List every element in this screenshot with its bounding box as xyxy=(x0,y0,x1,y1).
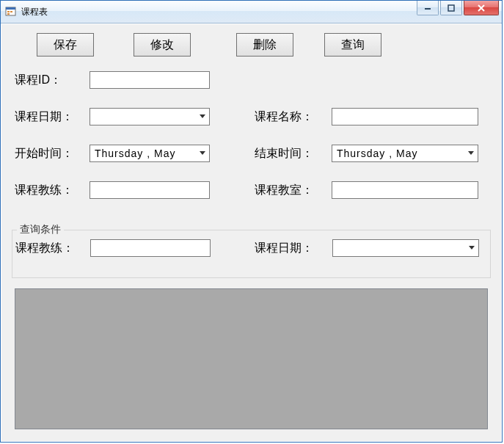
query-coach-input[interactable] xyxy=(90,239,211,257)
start-time-label: 开始时间： xyxy=(15,146,73,161)
course-name-input[interactable] xyxy=(332,108,478,125)
course-name-label: 课程名称： xyxy=(255,109,313,125)
chevron-down-icon xyxy=(196,109,209,125)
chevron-down-icon xyxy=(465,240,478,256)
close-button[interactable] xyxy=(464,1,499,15)
course-date-combo[interactable] xyxy=(90,108,210,125)
minimize-button[interactable] xyxy=(417,1,439,15)
window-title: 课程表 xyxy=(21,6,48,18)
app-icon xyxy=(5,6,17,18)
query-button[interactable]: 查询 xyxy=(324,33,381,57)
query-conditions-legend: 查询条件 xyxy=(17,223,64,236)
window-controls xyxy=(417,1,502,23)
coach-label: 课程教练： xyxy=(15,183,73,198)
svg-rect-1 xyxy=(6,7,15,10)
svg-rect-5 xyxy=(425,8,431,10)
start-time-picker[interactable]: Thursday , May xyxy=(90,145,210,162)
classroom-label: 课程教室： xyxy=(255,183,313,198)
course-date-label: 课程日期： xyxy=(15,109,73,125)
maximize-button[interactable] xyxy=(440,1,462,15)
end-time-picker[interactable]: Thursday , May xyxy=(332,145,478,162)
query-conditions-group: 查询条件 课程教练： 课程日期： xyxy=(12,230,491,278)
end-time-value: Thursday , May xyxy=(332,148,464,159)
start-time-value: Thursday , May xyxy=(90,148,196,159)
title-bar: 课程表 xyxy=(1,1,502,23)
delete-button[interactable]: 删除 xyxy=(236,33,293,57)
svg-rect-2 xyxy=(7,11,10,12)
chevron-down-icon xyxy=(196,145,209,161)
query-date-label: 课程日期： xyxy=(255,241,313,256)
client-area: 保存 修改 删除 查询 课程ID： 课程日期： 课程名称： 开始时间： Thur… xyxy=(1,23,502,442)
titlebar-left: 课程表 xyxy=(5,6,48,18)
course-id-input[interactable] xyxy=(90,71,210,89)
data-grid[interactable] xyxy=(15,288,488,429)
toolbar: 保存 修改 删除 查询 xyxy=(1,33,501,59)
svg-rect-6 xyxy=(448,5,454,11)
edit-button[interactable]: 修改 xyxy=(134,33,191,57)
save-button[interactable]: 保存 xyxy=(37,33,94,57)
coach-input[interactable] xyxy=(90,181,210,199)
query-coach-label: 课程教练： xyxy=(15,241,74,256)
chevron-down-icon xyxy=(464,145,478,161)
end-time-label: 结束时间： xyxy=(255,146,313,161)
app-window: 课程表 保存 修改 删除 查询 课程ID： xyxy=(0,0,503,443)
classroom-input[interactable] xyxy=(332,181,478,199)
svg-rect-3 xyxy=(10,11,12,12)
query-date-combo[interactable] xyxy=(332,239,479,257)
course-id-label: 课程ID： xyxy=(15,73,62,88)
svg-rect-4 xyxy=(7,13,10,15)
